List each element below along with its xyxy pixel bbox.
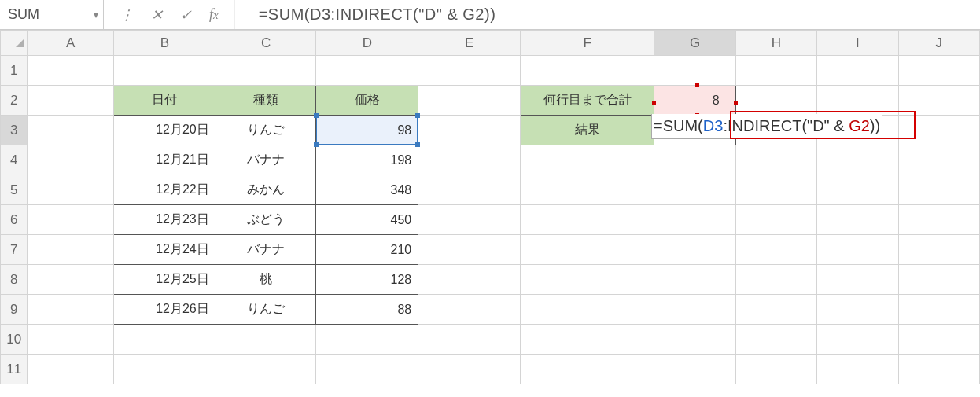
cell[interactable] [898, 86, 979, 116]
cell[interactable] [28, 145, 113, 175]
cell[interactable] [113, 56, 216, 86]
cell[interactable] [898, 116, 979, 145]
cell[interactable] [654, 175, 735, 205]
row-hdr-5[interactable]: 5 [1, 175, 28, 205]
cell[interactable] [735, 235, 816, 265]
date-4[interactable]: 12月24日 [113, 235, 216, 265]
cell[interactable] [418, 116, 521, 145]
dots-icon[interactable]: ⋮ [120, 6, 134, 24]
price-6[interactable]: 88 [316, 295, 418, 325]
cell[interactable] [520, 145, 654, 175]
col-G[interactable]: G [654, 31, 735, 56]
cell[interactable] [817, 86, 898, 116]
col-B[interactable]: B [113, 31, 216, 56]
cell[interactable] [898, 56, 979, 86]
col-J[interactable]: J [898, 31, 979, 56]
col-A[interactable]: A [28, 31, 113, 56]
cell[interactable] [216, 355, 316, 384]
cell[interactable] [735, 295, 816, 325]
row-hdr-7[interactable]: 7 [1, 235, 28, 265]
cell[interactable] [418, 355, 521, 384]
label-sumto[interactable]: 何行目まで合計 [520, 86, 654, 116]
name-box[interactable]: SUM ▾ [0, 0, 104, 29]
cell[interactable] [735, 86, 816, 116]
cell[interactable] [28, 175, 113, 205]
col-I[interactable]: I [817, 31, 898, 56]
select-all-corner[interactable] [1, 31, 28, 56]
cell[interactable] [418, 175, 521, 205]
price-2[interactable]: 348 [316, 175, 418, 205]
cell[interactable] [28, 295, 113, 325]
row-hdr-4[interactable]: 4 [1, 145, 28, 175]
row-hdr-6[interactable]: 6 [1, 205, 28, 235]
kind-1[interactable]: バナナ [216, 145, 316, 175]
price-5[interactable]: 128 [316, 265, 418, 295]
cell[interactable] [654, 235, 735, 265]
cell[interactable] [898, 175, 979, 205]
cell[interactable] [520, 56, 654, 86]
cell[interactable] [817, 235, 898, 265]
fx-icon[interactable]: fx [209, 6, 219, 23]
cell[interactable] [216, 325, 316, 355]
cell[interactable] [28, 265, 113, 295]
kind-0[interactable]: りんご [216, 116, 316, 145]
cell[interactable] [418, 56, 521, 86]
kind-2[interactable]: みかん [216, 175, 316, 205]
label-result[interactable]: 結果 [520, 116, 654, 145]
cell[interactable] [418, 86, 521, 116]
chevron-down-icon[interactable]: ▾ [94, 9, 98, 20]
cell[interactable] [735, 205, 816, 235]
cell[interactable] [28, 235, 113, 265]
cell[interactable] [520, 175, 654, 205]
cell[interactable] [316, 355, 418, 384]
cell[interactable] [654, 355, 735, 384]
price-3[interactable]: 450 [316, 205, 418, 235]
cell[interactable] [817, 325, 898, 355]
cell[interactable] [898, 205, 979, 235]
cell[interactable] [418, 265, 521, 295]
row-hdr-3[interactable]: 3 [1, 116, 28, 145]
hdr-date[interactable]: 日付 [113, 86, 216, 116]
row-hdr-9[interactable]: 9 [1, 295, 28, 325]
cell[interactable] [316, 56, 418, 86]
cell[interactable] [520, 325, 654, 355]
kind-3[interactable]: ぶどう [216, 205, 316, 235]
cell[interactable] [216, 56, 316, 86]
cell[interactable] [654, 56, 735, 86]
cell[interactable] [654, 205, 735, 235]
price-1[interactable]: 198 [316, 145, 418, 175]
cell[interactable] [28, 325, 113, 355]
cell[interactable] [654, 325, 735, 355]
cell[interactable] [520, 235, 654, 265]
row-hdr-8[interactable]: 8 [1, 265, 28, 295]
cell[interactable] [316, 325, 418, 355]
date-5[interactable]: 12月25日 [113, 265, 216, 295]
cell[interactable] [418, 235, 521, 265]
cell[interactable] [898, 235, 979, 265]
col-D[interactable]: D [316, 31, 418, 56]
cell[interactable] [28, 205, 113, 235]
formula-input[interactable]: =SUM(D3:INDIRECT("D" & G2)) [235, 6, 980, 24]
row-hdr-2[interactable]: 2 [1, 86, 28, 116]
col-C[interactable]: C [216, 31, 316, 56]
cell[interactable] [113, 325, 216, 355]
cell[interactable] [817, 265, 898, 295]
cell[interactable] [817, 56, 898, 86]
cell[interactable] [654, 265, 735, 295]
cell[interactable] [735, 145, 816, 175]
cell[interactable] [898, 325, 979, 355]
cell[interactable] [898, 295, 979, 325]
cell[interactable] [735, 175, 816, 205]
col-H[interactable]: H [735, 31, 816, 56]
cell[interactable] [418, 205, 521, 235]
cell[interactable] [654, 295, 735, 325]
date-3[interactable]: 12月23日 [113, 205, 216, 235]
cell[interactable] [735, 325, 816, 355]
hdr-kind[interactable]: 種類 [216, 86, 316, 116]
cell[interactable] [898, 355, 979, 384]
cell[interactable] [113, 355, 216, 384]
enter-icon[interactable]: ✓ [180, 6, 192, 24]
cell[interactable] [28, 355, 113, 384]
price-4[interactable]: 210 [316, 235, 418, 265]
price-0[interactable]: 98 [316, 116, 418, 145]
